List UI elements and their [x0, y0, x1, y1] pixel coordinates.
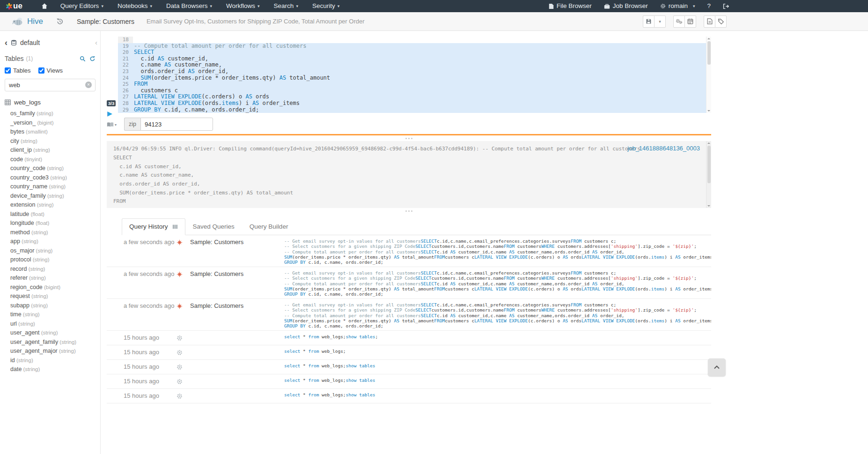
variable-input[interactable] [140, 118, 213, 131]
sql-token: AS [450, 249, 456, 254]
tags-icon[interactable] [715, 15, 727, 28]
views-checkbox[interactable] [38, 67, 44, 74]
editor-line[interactable]: 24 SUM(order_items.price * order_items.q… [118, 75, 711, 82]
scroll-to-top-button[interactable] [708, 358, 726, 376]
column-item[interactable]: country_code (string) [5, 164, 96, 173]
tab-query-builder[interactable]: Query Builder [242, 218, 296, 235]
column-item[interactable]: country_name (string) [5, 182, 96, 192]
editor-options-icon[interactable]: ▾ [107, 122, 117, 127]
editor-line[interactable]: 28LATERAL VIEW EXPLODE(ords.items) i AS … [118, 100, 711, 107]
column-item[interactable]: record (string) [5, 265, 96, 274]
column-item[interactable]: user_agent (string) [5, 328, 96, 338]
editor-line[interactable]: 19-- Compute total amount per order for … [118, 43, 711, 50]
history-row[interactable]: 15 hours ago select * from web_logs;show… [107, 360, 711, 374]
column-item[interactable]: user_agent_family (string) [5, 338, 96, 347]
column-item[interactable]: user_agent_major (string) [5, 347, 96, 356]
resize-handle[interactable] [107, 135, 711, 141]
back-icon[interactable]: ‹ [5, 38, 7, 47]
tab-query-history[interactable]: Query History [122, 218, 185, 235]
column-item[interactable]: device_family (string) [5, 192, 96, 201]
query-name[interactable]: Sample: Customers [77, 18, 134, 25]
column-item[interactable]: bytes (smallint) [5, 127, 96, 137]
history-row[interactable]: 15 hours ago select * from web_logs;show… [107, 331, 711, 345]
table-item[interactable]: web_logs [5, 99, 96, 106]
column-item[interactable]: _version_ (bigint) [5, 119, 96, 128]
history-columns-icon[interactable] [172, 224, 178, 230]
schedule-icon[interactable] [684, 15, 696, 28]
column-item[interactable]: client_ip (string) [5, 146, 96, 155]
column-item[interactable]: url (string) [5, 320, 96, 329]
nav-menu-query-editors[interactable]: Query Editors▾ [53, 0, 110, 12]
nav-menu-workflows[interactable]: Workflows▾ [219, 0, 267, 12]
history-row[interactable]: a few seconds ago Sample: Customers-- Ge… [107, 235, 711, 267]
history-row[interactable]: 15 hours ago select * from web_logs;show… [107, 389, 711, 403]
tab-saved-queries[interactable]: Saved Queries [185, 218, 242, 235]
table-search-input[interactable] [5, 79, 96, 91]
database-name[interactable]: default [20, 39, 40, 46]
editor-line[interactable]: 27LATERAL VIEW EXPLODE(c.orders) o AS or… [118, 94, 711, 100]
tables-checkbox[interactable] [5, 67, 11, 74]
column-item[interactable]: request (string) [5, 292, 96, 301]
history-row[interactable]: a few seconds ago Sample: Customers-- Ge… [107, 267, 711, 299]
nav-menu-search[interactable]: Search▾ [267, 0, 305, 12]
editor-line[interactable]: 29GROUP BY c.id, c.name, ords.order_id; [118, 107, 711, 113]
home-icon[interactable] [41, 3, 48, 9]
column-item[interactable]: os_major (string) [5, 246, 96, 256]
user-menu[interactable]: romain ▾ [654, 0, 701, 12]
column-item[interactable]: date (string) [5, 365, 96, 374]
hue-logo[interactable]: ue [6, 1, 22, 11]
filter-views[interactable]: Views [38, 67, 63, 74]
editor-line[interactable]: 20SELECT [118, 49, 711, 56]
column-item[interactable]: latitude (float) [5, 210, 96, 219]
query-description[interactable]: Email Survey Opt-Ins, Customers for Ship… [147, 18, 365, 25]
save-button[interactable] [643, 15, 655, 28]
save-dropdown-icon[interactable]: ▾ [654, 15, 666, 28]
column-item[interactable]: region_code (bigint) [5, 283, 96, 292]
column-item[interactable]: time (string) [5, 310, 96, 320]
history-row[interactable]: 15 hours ago select * from web_logs;show… [107, 374, 711, 389]
filter-tables[interactable]: Tables [5, 67, 31, 74]
file-browser-link[interactable]: File Browser [543, 0, 598, 12]
column-item[interactable]: protocol (string) [5, 255, 96, 265]
search-icon[interactable] [80, 56, 86, 62]
log-scrollbar[interactable] [706, 141, 711, 208]
column-item[interactable]: city (string) [5, 137, 96, 146]
column-type: (string) [40, 330, 58, 335]
column-item[interactable]: os_family (string) [5, 109, 96, 119]
collapse-assist-icon[interactable]: ‹ [95, 38, 97, 46]
editor-scrollbar[interactable] [706, 37, 711, 113]
app-title[interactable]: Hive [27, 17, 43, 26]
execute-button[interactable]: ▶ [107, 110, 112, 117]
column-item[interactable]: app (string) [5, 237, 96, 246]
editor-line[interactable]: 21 c.id AS customer_id, [118, 56, 711, 62]
history-row[interactable]: 15 hours ago select * from web_logs; [107, 345, 711, 360]
column-item[interactable]: longitude (float) [5, 219, 96, 228]
job-link[interactable]: job_1461888648136_0003 [627, 144, 700, 153]
editor-line[interactable]: 22 c.name AS customer_name, [118, 62, 711, 68]
editor-line[interactable]: 26 customers c [118, 88, 711, 94]
column-item[interactable]: code (tinyint) [5, 155, 96, 164]
column-item[interactable]: country_code3 (string) [5, 173, 96, 183]
history-row[interactable]: a few seconds ago Sample: Customers-- Ge… [107, 299, 711, 331]
help-icon[interactable]: ? [701, 0, 717, 12]
resize-handle-2[interactable] [107, 208, 711, 214]
column-item[interactable]: subapp (string) [5, 301, 96, 311]
column-item[interactable]: method (string) [5, 228, 96, 238]
nav-menu-security[interactable]: Security▾ [305, 0, 346, 12]
editor-line[interactable]: 25FROM [118, 81, 711, 88]
editor-line[interactable]: 18 [118, 37, 711, 43]
new-query-icon[interactable] [704, 15, 715, 28]
column-item[interactable]: id (string) [5, 356, 96, 365]
column-item[interactable]: referer (string) [5, 274, 96, 283]
query-history-icon[interactable] [56, 18, 64, 25]
nav-menu-notebooks[interactable]: Notebooks▾ [110, 0, 159, 12]
job-browser-link[interactable]: Job Browser [598, 0, 654, 12]
refresh-icon[interactable] [89, 56, 96, 62]
clear-search-icon[interactable]: × [85, 82, 92, 88]
nav-menu-data-browsers[interactable]: Data Browsers▾ [159, 0, 219, 12]
code-editor[interactable]: 1819-- Compute total amount per order fo… [118, 37, 711, 113]
query-settings-icon[interactable] [673, 15, 685, 28]
logout-icon[interactable] [717, 3, 735, 9]
column-item[interactable]: extension (string) [5, 201, 96, 210]
editor-line[interactable]: 23 ords.order_id AS order_id, [118, 68, 711, 75]
